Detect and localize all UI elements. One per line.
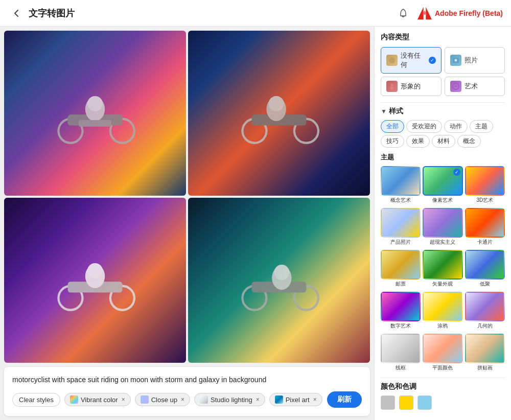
style-thumb-lowpoly[interactable]: 低聚: [465, 250, 505, 290]
content-type-art-label: 艺术: [464, 82, 478, 91]
image-grid: [0, 27, 374, 367]
style-thumb-lowpoly-label: 低聚: [465, 281, 505, 288]
style-grid: 概念艺术 ✓ 像素艺术 3D艺术 产品照片 超现实主义: [381, 166, 505, 374]
pixel-art-label: Pixel art: [286, 396, 310, 404]
color-swatch-skyblue[interactable]: [417, 395, 432, 410]
adobe-brand-text: Adobe Firefly (Beta): [435, 9, 503, 17]
style-thumb-stamp-label: 邮票: [381, 281, 421, 288]
studio-lighting-icon: [200, 395, 208, 404]
style-thumb-flatcolor-label: 平面颜色: [423, 364, 462, 371]
prompt-area: motorcyclist with space suit riding on m…: [4, 367, 370, 416]
style-filter-technique[interactable]: 技巧: [381, 135, 404, 148]
style-thumb-productphoto-label: 产品照片: [381, 239, 421, 246]
style-thumb-geometric-label: 几何的: [465, 322, 505, 330]
style-thumb-surrealism[interactable]: 超现实主义: [423, 208, 462, 248]
style-thumb-stamp[interactable]: 邮票: [381, 250, 421, 290]
style-thumb-conceptart[interactable]: 概念艺术: [381, 166, 421, 206]
page-title: 文字转图片: [29, 7, 75, 19]
style-thumb-3dart-label: 3D艺术: [465, 197, 505, 204]
content-type-none[interactable]: 没有任何 ✓: [381, 47, 442, 74]
style-filter-tabs: 全部 受欢迎的 动作 主题 技巧 效果 材料 概念: [381, 120, 505, 148]
adobe-brand: Adobe Firefly (Beta): [417, 6, 503, 20]
style-thumb-graffiti-label: 涂鸦: [423, 322, 462, 330]
studio-lighting-close[interactable]: ×: [256, 396, 260, 403]
color-swatch-gold[interactable]: [399, 395, 413, 410]
style-thumb-surrealism-label: 超现实主义: [423, 239, 462, 246]
vibrant-color-icon: [70, 395, 78, 404]
style-filter-effect[interactable]: 效果: [406, 135, 430, 148]
sidebar: 内容类型 没有任何 ✓ 照片 形象的: [374, 27, 511, 420]
style-thumb-flatcolor[interactable]: 平面颜色: [423, 334, 462, 374]
studio-lighting-tag[interactable]: Studio lighting ×: [194, 393, 265, 406]
style-filter-material[interactable]: 材料: [432, 135, 455, 148]
header: 文字转图片 Adobe Firefly (Beta): [0, 0, 511, 27]
pixel-art-icon: [275, 395, 283, 404]
style-thumb-graffiti[interactable]: 涂鸦: [423, 292, 462, 332]
generated-image-1[interactable]: [4, 31, 186, 196]
prompt-text: motorcyclist with space suit riding on m…: [12, 375, 362, 385]
generated-image-3[interactable]: [4, 198, 186, 363]
style-thumb-productphoto[interactable]: 产品照片: [381, 208, 421, 248]
style-thumb-conceptart-label: 概念艺术: [381, 197, 421, 204]
divider-2: [381, 378, 505, 378]
pixel-art-close[interactable]: ×: [313, 396, 317, 403]
header-right: Adobe Firefly (Beta): [395, 5, 503, 21]
style-thumb-pixelart[interactable]: ✓ 像素艺术: [423, 166, 462, 206]
content-type-art-icon: [450, 81, 461, 92]
notification-icon[interactable]: [395, 5, 411, 21]
style-thumb-3dart[interactable]: 3D艺术: [465, 166, 505, 206]
style-thumb-geometric[interactable]: 几何的: [465, 292, 505, 332]
svg-point-4: [87, 96, 103, 111]
close-up-close[interactable]: ×: [181, 396, 184, 403]
style-filter-theme[interactable]: 主题: [470, 120, 493, 133]
color-row: [381, 395, 505, 410]
content-type-none-label: 没有任何: [401, 51, 426, 69]
style-thumb-cartoon[interactable]: 卡通片: [465, 208, 505, 248]
pixel-art-tag[interactable]: Pixel art ×: [269, 393, 322, 406]
style-thumb-collage[interactable]: 拼贴画: [465, 334, 505, 374]
close-up-tag[interactable]: Close up ×: [135, 393, 190, 406]
content-type-grid: 没有任何 ✓ 照片 形象的 艺术: [381, 47, 505, 96]
svg-rect-5: [79, 120, 111, 127]
style-filter-all[interactable]: 全部: [381, 120, 404, 133]
style-thumb-vector-label: 矢量外观: [423, 281, 462, 288]
style-subsection-title: 主题: [381, 153, 505, 162]
style-thumb-digitalart-label: 数字艺术: [381, 322, 421, 330]
prompt-tags: Clear styles Vibrant color × Close up × …: [12, 391, 362, 408]
style-thumb-pixelart-label: 像素艺术: [423, 197, 462, 204]
content-type-title: 内容类型: [381, 33, 505, 42]
content-type-figure-label: 形象的: [401, 82, 421, 91]
style-thumb-wireframe[interactable]: 线框: [381, 334, 421, 374]
content-type-none-check: ✓: [429, 57, 435, 64]
vibrant-color-label: Vibrant color: [81, 396, 118, 404]
style-thumb-digitalart[interactable]: 数字艺术: [381, 292, 421, 332]
svg-rect-25: [390, 86, 393, 89]
styles-header[interactable]: ▼ 样式: [381, 107, 505, 116]
styles-collapse-icon: ▼: [381, 108, 387, 115]
color-section-title: 颜色和色调: [381, 382, 505, 391]
generated-image-4[interactable]: [188, 198, 370, 363]
content-type-figure[interactable]: 形象的: [381, 77, 442, 96]
divider-1: [381, 102, 505, 103]
color-swatch-gray[interactable]: [381, 395, 395, 410]
clear-styles-button[interactable]: Clear styles: [12, 393, 60, 407]
content-type-figure-icon: [386, 81, 398, 92]
content-type-photo-icon: [450, 55, 461, 66]
close-up-label: Close up: [151, 396, 177, 404]
generated-image-2[interactable]: [188, 31, 370, 196]
studio-lighting-label: Studio lighting: [211, 396, 252, 404]
content-type-photo[interactable]: 照片: [445, 47, 505, 74]
back-button[interactable]: [8, 5, 25, 21]
vibrant-color-close[interactable]: ×: [122, 396, 125, 403]
svg-point-24: [391, 84, 393, 86]
vibrant-color-tag[interactable]: Vibrant color ×: [64, 393, 131, 406]
content-type-art[interactable]: 艺术: [445, 77, 505, 96]
style-filter-action[interactable]: 动作: [444, 120, 468, 133]
refresh-button[interactable]: 刷新: [327, 391, 362, 408]
style-thumb-cartoon-label: 卡通片: [465, 239, 505, 246]
style-filter-concept[interactable]: 概念: [457, 135, 481, 148]
style-filter-popular[interactable]: 受欢迎的: [406, 120, 442, 133]
svg-point-20: [274, 265, 289, 280]
style-thumb-wireframe-label: 线框: [381, 364, 421, 371]
style-thumb-vector[interactable]: 矢量外观: [423, 250, 462, 290]
